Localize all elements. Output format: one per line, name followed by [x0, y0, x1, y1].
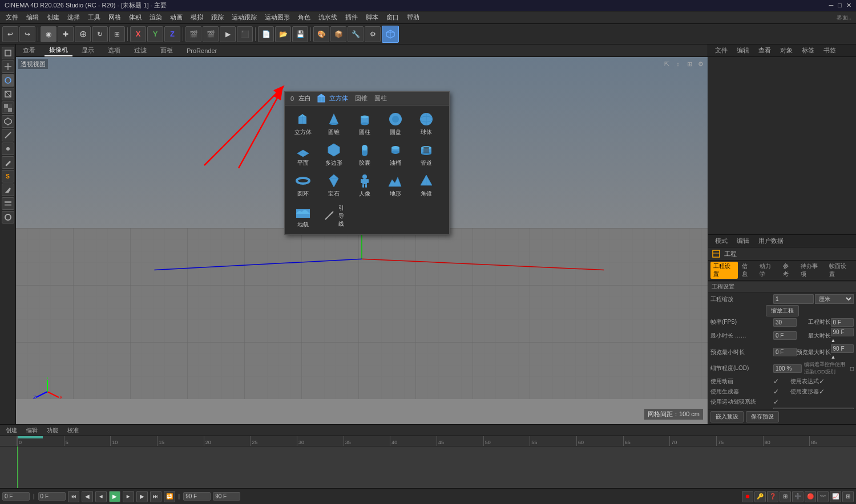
vp-tab-display[interactable]: 显示 — [77, 45, 99, 56]
maximize-btn[interactable]: □ — [838, 2, 842, 9]
om-tab-object[interactable]: 对象 — [776, 45, 797, 56]
sb-magnet[interactable]: S — [2, 170, 14, 182]
use-motion-check[interactable]: ✓ — [773, 398, 779, 406]
tl-play[interactable]: ▶ — [109, 491, 120, 502]
tl-go-start[interactable]: ⏮ — [68, 491, 79, 502]
scale-btn[interactable]: ⊕ — [75, 26, 91, 42]
use-anim-check[interactable]: ✓ — [773, 377, 779, 385]
sb-select[interactable] — [2, 47, 14, 59]
primitive-guide[interactable]: 引导线 — [319, 201, 349, 231]
sb-edge[interactable] — [2, 129, 14, 141]
tl-prev-frame[interactable]: ◀ — [82, 491, 93, 502]
tl-record[interactable]: ⏺ — [742, 491, 753, 502]
render-settings-btn[interactable]: 🎬 — [185, 26, 201, 42]
lod-toggle[interactable]: □ — [850, 365, 854, 372]
lod-input[interactable] — [773, 364, 802, 373]
axis-z-btn[interactable]: Z — [164, 26, 180, 42]
primitive-terrain[interactable]: 地形 — [381, 170, 410, 200]
menu-mograph[interactable]: 运动图形 — [261, 12, 293, 23]
menu-render[interactable]: 渲染 — [146, 12, 165, 23]
rotate-btn[interactable]: ↻ — [92, 26, 108, 42]
undo-btn[interactable]: ↩ — [2, 26, 18, 42]
tl-tab-create[interactable]: 创建 — [2, 426, 21, 435]
om-tab-file[interactable]: 文件 — [710, 45, 732, 56]
sb-rotate[interactable] — [2, 74, 14, 87]
vp-layout-icon[interactable]: ⊞ — [685, 59, 694, 68]
minimize-btn[interactable]: ─ — [829, 2, 834, 9]
pts-subtab-ref[interactable]: 参考 — [780, 262, 797, 279]
menu-track[interactable]: 跟踪 — [208, 12, 227, 23]
primitive-cube[interactable]: 立方体 — [288, 109, 318, 139]
tl-play-fwd[interactable]: ► — [123, 491, 134, 502]
pts-subtab-dynamics[interactable]: 动力学 — [757, 262, 779, 279]
primitive-torus[interactable]: 圆环 — [288, 170, 318, 200]
primitive-cylinder[interactable]: 圆柱 — [350, 109, 379, 139]
sb-point[interactable] — [2, 143, 14, 155]
primitive-plane[interactable]: 平面 — [288, 140, 318, 169]
sb-layer[interactable] — [2, 197, 14, 210]
pts-tab-mode[interactable]: 模式 — [710, 235, 732, 246]
primitive-figure[interactable]: 人像 — [350, 170, 379, 200]
sb-knife[interactable] — [2, 184, 14, 196]
use-deform-check[interactable]: ✓ — [819, 388, 825, 396]
menu-plugins[interactable]: 插件 — [342, 12, 361, 23]
render-pv-btn[interactable]: ▶ — [220, 26, 236, 42]
primitive-gem[interactable]: 宝石 — [319, 170, 349, 200]
menu-sim[interactable]: 模拟 — [187, 12, 207, 23]
maxtime-input[interactable] — [831, 328, 854, 336]
transform-btn[interactable]: ⊞ — [109, 26, 125, 42]
primitive-oiltank[interactable]: 油桶 — [381, 140, 410, 169]
tl-tab-edit[interactable]: 编辑 — [23, 426, 41, 435]
menu-volume[interactable]: 体积 — [126, 12, 145, 23]
mintime-input[interactable] — [773, 331, 797, 340]
redo-btn[interactable]: ↪ — [19, 26, 35, 42]
new-scene-btn[interactable]: 📄 — [258, 26, 274, 42]
tl-next-frame[interactable]: ▶ — [136, 491, 148, 502]
pts-tab-userdata[interactable]: 用户数据 — [754, 235, 788, 246]
preview-maxtime-input[interactable] — [831, 344, 854, 353]
primitives-popup[interactable]: 0 左白 立方体 圆锥 圆柱 — [284, 91, 450, 235]
extra-btn2[interactable]: ⚙ — [365, 26, 381, 42]
menu-pipeline[interactable]: 流水线 — [315, 12, 341, 23]
live-select-btn[interactable]: ◉ — [41, 26, 56, 42]
menu-edit[interactable]: 编辑 — [23, 12, 42, 23]
pts-subtab-settings[interactable]: 工程设置 — [710, 262, 738, 279]
om-tab-bookmark[interactable]: 书签 — [819, 45, 841, 56]
tl-help[interactable]: ❓ — [767, 491, 778, 502]
field-scale-unit[interactable]: 厘米 — [815, 294, 854, 304]
vp-tab-options[interactable]: 选项 — [103, 45, 125, 56]
tl-key[interactable]: 🔑 — [754, 491, 766, 502]
save-btn[interactable]: 💾 — [292, 26, 308, 42]
tl-curves[interactable]: 📈 — [830, 491, 841, 502]
vp-settings-icon[interactable]: ⚙ — [696, 59, 705, 68]
menu-window[interactable]: 窗口 — [383, 12, 402, 23]
om-tab-tag[interactable]: 标签 — [797, 45, 819, 56]
open-btn[interactable]: 📂 — [275, 26, 291, 42]
tl-tab-calibrate[interactable]: 校准 — [64, 426, 82, 435]
primitive-cone[interactable]: 圆锥 — [319, 109, 349, 139]
axis-y-btn[interactable]: Y — [147, 26, 163, 42]
tl-auto-key[interactable]: 🔴 — [805, 491, 816, 502]
primitive-tube[interactable]: 管道 — [411, 140, 441, 169]
fps-display[interactable] — [213, 492, 240, 501]
menu-tools[interactable]: 工具 — [84, 12, 104, 23]
tl-loop[interactable]: 🔁 — [164, 491, 175, 502]
sb-move[interactable] — [2, 60, 14, 73]
vp-maximize-icon[interactable]: ⇱ — [662, 59, 671, 68]
proj-length-input[interactable] — [831, 318, 854, 327]
tl-motion-paths[interactable]: 〰 — [817, 491, 829, 502]
primitive-disk[interactable]: 圆盘 — [381, 109, 410, 139]
sb-checkerboard[interactable] — [2, 101, 14, 114]
menu-char[interactable]: 角色 — [294, 12, 314, 23]
use-gen-check[interactable]: ✓ — [773, 388, 779, 396]
sb-polygon[interactable] — [2, 115, 14, 128]
vp-tab-camera[interactable]: 摄像机 — [45, 44, 72, 56]
end-frame-input[interactable] — [183, 492, 211, 501]
vp-tab-prorender[interactable]: ProRender — [182, 46, 221, 55]
om-tab-edit[interactable]: 编辑 — [732, 45, 754, 56]
menu-select[interactable]: 选择 — [64, 12, 83, 23]
primitive-sphere[interactable]: 球体 — [411, 109, 441, 139]
material-btn[interactable]: 🎨 — [313, 26, 329, 42]
extra-btn1[interactable]: 🔧 — [348, 26, 364, 42]
maxtime-spinup[interactable]: ▲ — [831, 338, 836, 343]
